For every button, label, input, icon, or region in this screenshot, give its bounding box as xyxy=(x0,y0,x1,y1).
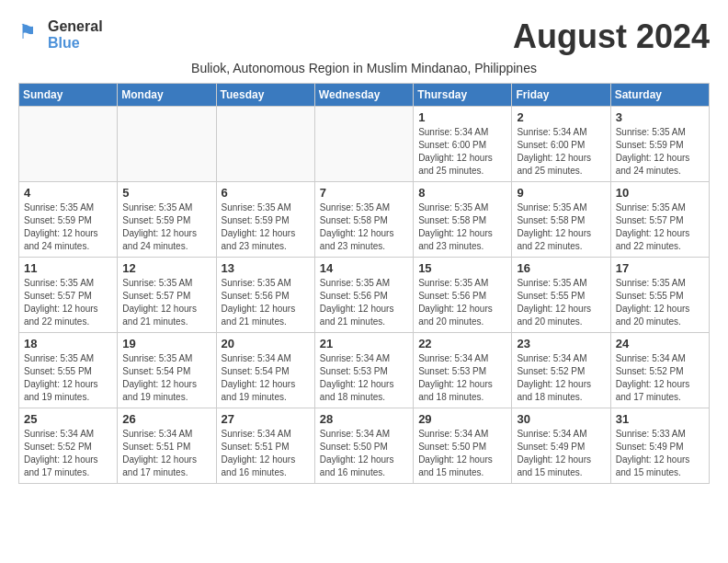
day-number: 20 xyxy=(222,337,310,350)
day-number: 3 xyxy=(616,110,704,124)
weekday-header: Friday xyxy=(512,83,610,106)
calendar-week-row: 1Sunrise: 5:34 AMSunset: 6:00 PMDaylight… xyxy=(19,106,710,181)
day-number: 8 xyxy=(418,186,506,200)
day-number: 30 xyxy=(517,412,605,426)
day-number: 26 xyxy=(122,412,210,426)
day-number: 4 xyxy=(24,186,112,200)
calendar-cell xyxy=(314,106,413,181)
calendar-cell xyxy=(216,106,314,181)
day-number: 7 xyxy=(320,186,408,200)
calendar-cell xyxy=(118,106,216,181)
day-info: Sunrise: 5:35 AMSunset: 5:55 PMDaylight:… xyxy=(517,277,605,328)
day-number: 29 xyxy=(418,412,506,426)
day-info: Sunrise: 5:34 AMSunset: 5:53 PMDaylight:… xyxy=(418,352,506,404)
day-number: 19 xyxy=(122,337,210,350)
day-info: Sunrise: 5:35 AMSunset: 5:58 PMDaylight:… xyxy=(418,201,506,253)
weekday-header: Saturday xyxy=(610,83,709,106)
day-number: 10 xyxy=(616,186,704,200)
calendar-cell: 16Sunrise: 5:35 AMSunset: 5:55 PMDayligh… xyxy=(512,257,610,332)
day-info: Sunrise: 5:34 AMSunset: 5:54 PMDaylight:… xyxy=(222,352,310,404)
month-year: August 2024 xyxy=(513,18,710,55)
day-number: 2 xyxy=(517,110,605,124)
calendar-cell: 1Sunrise: 5:34 AMSunset: 6:00 PMDaylight… xyxy=(414,106,512,181)
calendar-week-row: 11Sunrise: 5:35 AMSunset: 5:57 PMDayligh… xyxy=(19,257,710,332)
calendar-cell: 29Sunrise: 5:34 AMSunset: 5:50 PMDayligh… xyxy=(414,408,512,483)
logo-blue: Blue xyxy=(48,35,103,52)
day-info: Sunrise: 5:35 AMSunset: 5:57 PMDaylight:… xyxy=(24,277,112,328)
calendar-cell: 18Sunrise: 5:35 AMSunset: 5:55 PMDayligh… xyxy=(19,332,118,408)
day-info: Sunrise: 5:34 AMSunset: 6:00 PMDaylight:… xyxy=(517,126,605,178)
day-info: Sunrise: 5:35 AMSunset: 5:55 PMDaylight:… xyxy=(616,277,704,328)
calendar-cell: 7Sunrise: 5:35 AMSunset: 5:58 PMDaylight… xyxy=(314,181,413,257)
weekday-header: Wednesday xyxy=(314,83,413,106)
title-right: August 2024 xyxy=(513,18,710,55)
calendar-cell xyxy=(19,106,118,181)
calendar-subtitle: Buliok, Autonomous Region in Muslim Mind… xyxy=(18,61,710,75)
day-number: 6 xyxy=(222,186,310,200)
calendar-cell: 25Sunrise: 5:34 AMSunset: 5:52 PMDayligh… xyxy=(19,408,118,483)
calendar-cell: 11Sunrise: 5:35 AMSunset: 5:57 PMDayligh… xyxy=(19,257,118,332)
day-info: Sunrise: 5:34 AMSunset: 5:49 PMDaylight:… xyxy=(517,428,605,479)
day-info: Sunrise: 5:34 AMSunset: 5:52 PMDaylight:… xyxy=(517,352,605,404)
day-info: Sunrise: 5:35 AMSunset: 5:56 PMDaylight:… xyxy=(418,277,506,328)
day-info: Sunrise: 5:35 AMSunset: 5:57 PMDaylight:… xyxy=(122,277,210,328)
day-number: 13 xyxy=(222,261,310,275)
day-number: 17 xyxy=(616,261,704,275)
logo-icon: ⚑ xyxy=(18,20,44,50)
day-info: Sunrise: 5:35 AMSunset: 5:54 PMDaylight:… xyxy=(122,352,210,404)
day-info: Sunrise: 5:35 AMSunset: 5:56 PMDaylight:… xyxy=(222,277,310,328)
calendar-cell: 9Sunrise: 5:35 AMSunset: 5:58 PMDaylight… xyxy=(512,181,610,257)
weekday-header: Thursday xyxy=(414,83,512,106)
calendar-cell: 14Sunrise: 5:35 AMSunset: 5:56 PMDayligh… xyxy=(314,257,413,332)
day-info: Sunrise: 5:35 AMSunset: 5:59 PMDaylight:… xyxy=(122,201,210,253)
day-number: 15 xyxy=(418,261,506,275)
day-info: Sunrise: 5:33 AMSunset: 5:49 PMDaylight:… xyxy=(616,428,704,479)
calendar-cell: 10Sunrise: 5:35 AMSunset: 5:57 PMDayligh… xyxy=(610,181,709,257)
calendar-cell: 20Sunrise: 5:34 AMSunset: 5:54 PMDayligh… xyxy=(216,332,314,408)
day-number: 21 xyxy=(320,337,408,350)
calendar-cell: 13Sunrise: 5:35 AMSunset: 5:56 PMDayligh… xyxy=(216,257,314,332)
day-number: 16 xyxy=(517,261,605,275)
day-info: Sunrise: 5:35 AMSunset: 5:59 PMDaylight:… xyxy=(24,201,112,253)
day-info: Sunrise: 5:35 AMSunset: 5:58 PMDaylight:… xyxy=(320,201,408,253)
calendar-cell: 30Sunrise: 5:34 AMSunset: 5:49 PMDayligh… xyxy=(512,408,610,483)
calendar-cell: 21Sunrise: 5:34 AMSunset: 5:53 PMDayligh… xyxy=(314,332,413,408)
day-info: Sunrise: 5:34 AMSunset: 5:52 PMDaylight:… xyxy=(24,428,112,479)
logo-general: General xyxy=(48,18,103,35)
day-number: 24 xyxy=(616,337,704,350)
weekday-header: Monday xyxy=(118,83,216,106)
calendar-header-row: SundayMondayTuesdayWednesdayThursdayFrid… xyxy=(19,83,710,106)
day-info: Sunrise: 5:34 AMSunset: 6:00 PMDaylight:… xyxy=(418,126,506,178)
calendar-cell: 15Sunrise: 5:35 AMSunset: 5:56 PMDayligh… xyxy=(414,257,512,332)
day-number: 12 xyxy=(122,261,210,275)
day-number: 5 xyxy=(122,186,210,200)
weekday-header: Sunday xyxy=(19,83,118,106)
calendar-cell: 3Sunrise: 5:35 AMSunset: 5:59 PMDaylight… xyxy=(610,106,709,181)
calendar-cell: 23Sunrise: 5:34 AMSunset: 5:52 PMDayligh… xyxy=(512,332,610,408)
calendar-cell: 28Sunrise: 5:34 AMSunset: 5:50 PMDayligh… xyxy=(314,408,413,483)
calendar-cell: 27Sunrise: 5:34 AMSunset: 5:51 PMDayligh… xyxy=(216,408,314,483)
calendar-week-row: 4Sunrise: 5:35 AMSunset: 5:59 PMDaylight… xyxy=(19,181,710,257)
day-number: 31 xyxy=(616,412,704,426)
day-number: 27 xyxy=(222,412,310,426)
day-number: 23 xyxy=(517,337,605,350)
day-number: 11 xyxy=(24,261,112,275)
day-info: Sunrise: 5:35 AMSunset: 5:58 PMDaylight:… xyxy=(517,201,605,253)
calendar-cell: 31Sunrise: 5:33 AMSunset: 5:49 PMDayligh… xyxy=(610,408,709,483)
day-info: Sunrise: 5:34 AMSunset: 5:50 PMDaylight:… xyxy=(418,428,506,479)
day-info: Sunrise: 5:35 AMSunset: 5:56 PMDaylight:… xyxy=(320,277,408,328)
calendar-cell: 24Sunrise: 5:34 AMSunset: 5:52 PMDayligh… xyxy=(610,332,709,408)
day-info: Sunrise: 5:34 AMSunset: 5:52 PMDaylight:… xyxy=(616,352,704,404)
calendar-cell: 2Sunrise: 5:34 AMSunset: 6:00 PMDaylight… xyxy=(512,106,610,181)
day-number: 25 xyxy=(24,412,112,426)
page-header: ⚑ General Blue August 2024 xyxy=(18,18,710,55)
calendar-cell: 12Sunrise: 5:35 AMSunset: 5:57 PMDayligh… xyxy=(118,257,216,332)
day-info: Sunrise: 5:35 AMSunset: 5:59 PMDaylight:… xyxy=(616,126,704,178)
day-info: Sunrise: 5:35 AMSunset: 5:57 PMDaylight:… xyxy=(616,201,704,253)
logo: ⚑ General Blue xyxy=(18,18,103,51)
svg-text:⚑: ⚑ xyxy=(18,20,37,43)
calendar-cell: 22Sunrise: 5:34 AMSunset: 5:53 PMDayligh… xyxy=(414,332,512,408)
calendar-cell: 4Sunrise: 5:35 AMSunset: 5:59 PMDaylight… xyxy=(19,181,118,257)
logo-text: General Blue xyxy=(48,18,103,51)
calendar-cell: 26Sunrise: 5:34 AMSunset: 5:51 PMDayligh… xyxy=(118,408,216,483)
